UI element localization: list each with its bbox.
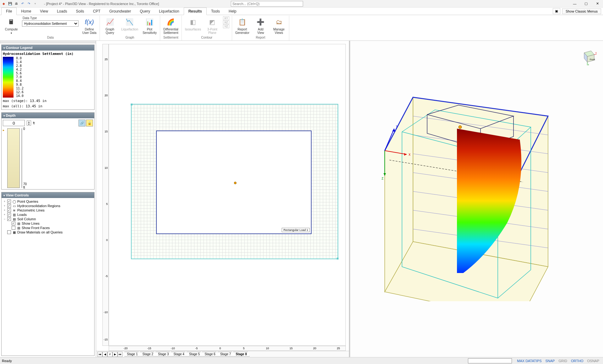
tree-label: Soil Column	[17, 217, 36, 221]
sidebar-gripper[interactable]	[0, 41, 96, 43]
plot-sensitivity-button[interactable]: 📊 Plot Sensitivity	[142, 16, 157, 35]
depth-header[interactable]: Depth	[2, 113, 94, 118]
view-controls-header[interactable]: View Controls	[2, 192, 94, 198]
maximize-button[interactable]: ▢	[580, 0, 592, 8]
tree-item[interactable]: +✓▭Hydroconsolidation Regions	[3, 204, 93, 208]
3d-view[interactable]: Front x z	[350, 41, 603, 357]
tab-home[interactable]: Home	[17, 8, 35, 15]
stage-tab[interactable]: Stage 5	[187, 352, 203, 356]
view-controls-tree: +✓◯Point Queries+✓▭Hydroconsolidation Re…	[2, 198, 94, 236]
add-view-button[interactable]: ➕ Add View	[253, 16, 268, 35]
status-osnap[interactable]: OSNAP	[585, 359, 601, 363]
tree-item[interactable]: ✓▤Show Lines	[3, 221, 93, 226]
stage-tab[interactable]: Stage 7	[218, 352, 234, 356]
save-icon[interactable]: 💾	[8, 1, 13, 6]
define-user-data-button[interactable]: f(x) Define User Data	[82, 16, 97, 35]
tree-item[interactable]: ▦Draw Materials on all Queries	[3, 230, 93, 234]
tree-item[interactable]: ▤Show Front Faces	[3, 226, 93, 230]
qat-more-icon[interactable]: ▿	[33, 1, 38, 6]
tab-loads[interactable]: Loads	[52, 8, 72, 15]
compute-button[interactable]: 🖩 Compute ▾	[4, 16, 19, 35]
window-list-icon[interactable]: ▣	[553, 8, 560, 14]
stage-tab[interactable]: Stage 4	[171, 352, 187, 356]
stage-num-icon[interactable]: #	[107, 352, 112, 357]
expand-icon[interactable]: +	[3, 204, 6, 207]
tree-item[interactable]: +✓≋Piezometric Lines	[3, 208, 93, 212]
contour-legend-panel: Contour Legend Hydroconsolidation Settle…	[1, 45, 95, 110]
tab-soils[interactable]: Soils	[72, 8, 89, 15]
expand-icon[interactable]: +	[3, 209, 6, 212]
tree-item[interactable]: +✓◯Point Queries	[3, 199, 93, 204]
close-button[interactable]: ✕	[592, 0, 603, 8]
expand-icon[interactable]: −	[3, 217, 6, 221]
depth-spinner[interactable]: ▲▼	[27, 120, 31, 126]
search-input[interactable]	[231, 1, 303, 7]
checkbox[interactable]: ✓	[7, 213, 11, 217]
status-ortho[interactable]: ORTHO	[569, 359, 585, 363]
yz-plane-button[interactable]: YZ	[223, 24, 229, 28]
print-icon[interactable]: 🖶	[14, 1, 19, 6]
classic-menus-button[interactable]: Show Classic Menus	[562, 8, 601, 14]
status-max-datatips[interactable]: MAX DATATIPS	[515, 359, 543, 363]
contour-legend-header[interactable]: Contour Legend	[2, 45, 94, 51]
depth-input[interactable]	[3, 120, 25, 126]
tab-results[interactable]: Results	[184, 8, 207, 15]
redo-icon[interactable]: ↷	[26, 1, 31, 6]
xy-plane-button[interactable]: XY	[223, 16, 229, 20]
stage-tab[interactable]: Stage 3	[155, 352, 171, 356]
tab-help[interactable]: Help	[224, 8, 241, 15]
checkbox[interactable]: ✓	[12, 222, 15, 225]
xz-plane-button[interactable]: XZ	[223, 20, 229, 24]
expand-icon[interactable]: +	[3, 213, 6, 216]
minimize-button[interactable]: —	[569, 0, 580, 8]
stage-tab[interactable]: Stage 1	[124, 352, 140, 356]
stage-last-icon[interactable]: ⏭	[117, 352, 122, 357]
checkbox[interactable]	[12, 226, 15, 230]
data-type-select[interactable]: Hydroconsolidation Settlement	[22, 20, 79, 27]
differential-settlement-button[interactable]: 🌈 Differential Settlement	[163, 16, 179, 35]
stage-tab[interactable]: Stage 8	[233, 352, 250, 356]
expand-icon[interactable]: +	[3, 200, 6, 203]
tab-view[interactable]: View	[35, 8, 52, 15]
stage-first-icon[interactable]: ⏮	[97, 352, 102, 357]
checkbox[interactable]: ✓	[7, 204, 11, 208]
checkbox[interactable]	[7, 230, 11, 234]
tree-item[interactable]: −✓▤Soil Column	[3, 217, 93, 221]
stage-prev-icon[interactable]: ◀	[102, 352, 107, 357]
axis-gizmo[interactable]: Front x z	[578, 47, 597, 66]
soil-column-bar[interactable]	[7, 128, 20, 188]
tree-item[interactable]: +✓▥Loads	[3, 212, 93, 217]
plan-view[interactable]: 2520151050-5-10-15 Rectangular Load 1 -2…	[96, 41, 350, 357]
depth-lock-icon[interactable]: 🔒	[86, 120, 93, 126]
view-controls-panel: View Controls +✓◯Point Queries+✓▭Hydroco…	[1, 192, 95, 356]
stage-tab[interactable]: Stage 2	[140, 352, 156, 356]
graph-query-button[interactable]: 📈 Graph Query	[102, 16, 117, 35]
checkbox[interactable]: ✓	[7, 208, 11, 212]
tab-groundwater[interactable]: Groundwater	[105, 8, 135, 15]
tab-query[interactable]: Query	[135, 8, 155, 15]
3d-model[interactable]: y x z	[372, 66, 567, 301]
manage-views-button[interactable]: 🗂 Manage Views	[271, 16, 286, 35]
plan-canvas[interactable]: Rectangular Load 1	[109, 44, 346, 346]
tab-liquefaction[interactable]: Liquefaction	[155, 8, 184, 15]
stage-tab[interactable]: Stage 6	[202, 352, 218, 356]
undo-icon[interactable]: ↶	[20, 1, 25, 6]
query-point[interactable]	[234, 182, 236, 184]
checkbox[interactable]: ✓	[7, 200, 11, 203]
status-bar: Ready MAX DATATIPSSNAPGRIDORTHOOSNAP	[0, 357, 603, 364]
vertical-ruler: 2520151050-5-10-15	[102, 44, 109, 346]
coord-input[interactable]	[468, 358, 512, 363]
depth-link-icon[interactable]: 🔗	[79, 120, 85, 126]
depth-unit: ft	[33, 121, 35, 125]
stage-next-icon[interactable]: ▶	[112, 352, 117, 357]
diff-settlement-icon: 🌈	[166, 17, 176, 27]
liquefaction-button: 📉 Liquefaction	[121, 16, 139, 32]
status-snap[interactable]: SNAP	[543, 359, 557, 363]
tab-file[interactable]: File	[1, 8, 17, 15]
report-generator-button[interactable]: 📋 Report Generator	[235, 16, 250, 35]
checkbox[interactable]: ✓	[7, 217, 11, 221]
status-grid[interactable]: GRID	[557, 359, 569, 363]
tab-tools[interactable]: Tools	[207, 8, 224, 15]
add-view-icon: ➕	[256, 17, 266, 27]
tab-cpt[interactable]: CPT	[89, 8, 105, 15]
